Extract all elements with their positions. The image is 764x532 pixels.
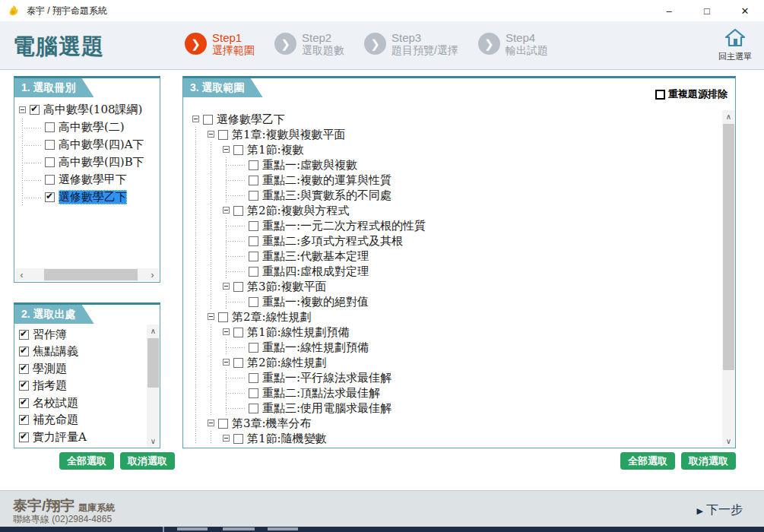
node-label[interactable]: 高中數學(108課綱) [43, 103, 142, 117]
source-checkbox[interactable] [19, 330, 29, 340]
expand-toggle[interactable] [208, 127, 218, 142]
node-checkbox[interactable] [233, 282, 243, 292]
minimize-button[interactable]: – [650, 0, 688, 21]
vertical-scrollbar[interactable]: ∧ ∨ [147, 325, 160, 448]
node-checkbox[interactable] [249, 404, 258, 413]
collapse-minus-icon[interactable] [223, 283, 230, 290]
node-label[interactable]: 第1章:複數與複數平面 [232, 128, 346, 142]
node-label[interactable]: 高中數學(四)B下 [59, 155, 144, 169]
collapse-minus-icon[interactable] [223, 435, 230, 442]
node-checkbox[interactable] [233, 434, 243, 444]
source-checkbox[interactable] [19, 432, 29, 442]
collapse-minus-icon[interactable] [208, 131, 214, 138]
source-label[interactable]: 學測題 [33, 362, 67, 376]
deselect-sources-button[interactable]: 取消選取 [120, 452, 175, 470]
scroll-up-icon[interactable]: ∧ [147, 325, 160, 337]
node-label[interactable]: 第1節:複數 [247, 143, 304, 157]
node-label[interactable]: 重點二:多項式方程式及其根 [262, 234, 403, 249]
expand-toggle[interactable] [208, 309, 218, 325]
node-checkbox[interactable] [249, 221, 258, 231]
source-label[interactable]: 焦點講義 [33, 344, 78, 359]
expand-toggle[interactable] [223, 203, 233, 218]
node-label[interactable]: 第2節:複數與方程式 [247, 204, 350, 218]
node-checkbox[interactable] [45, 157, 55, 167]
close-button[interactable]: ✕ [726, 0, 764, 21]
expand-toggle[interactable] [223, 431, 233, 445]
expand-toggle[interactable] [223, 355, 233, 370]
collapse-minus-icon[interactable] [192, 116, 199, 122]
node-checkbox[interactable] [249, 373, 258, 383]
collapse-minus-icon[interactable] [208, 420, 214, 426]
node-checkbox[interactable] [249, 252, 258, 261]
horizontal-scrollbar[interactable]: ‹ › [15, 268, 159, 281]
scroll-up-icon[interactable]: ∧ [722, 110, 735, 123]
source-label[interactable]: 習作簿 [33, 328, 67, 342]
expand-toggle[interactable] [19, 101, 30, 119]
node-label[interactable]: 第3章:機率分布 [232, 416, 312, 431]
node-label[interactable]: 第3節:複數平面 [247, 280, 327, 294]
node-label[interactable]: 選修數學甲下 [59, 173, 127, 187]
node-checkbox[interactable] [233, 206, 243, 216]
expand-toggle[interactable] [208, 416, 218, 431]
scrollbar-thumb[interactable] [723, 124, 734, 370]
node-checkbox[interactable] [233, 145, 243, 155]
node-checkbox[interactable] [249, 160, 258, 170]
source-label[interactable]: 名校試題 [33, 396, 78, 410]
source-checkbox[interactable] [19, 364, 29, 374]
vertical-scrollbar[interactable]: ∧ ∨ [722, 110, 735, 448]
next-step-button[interactable]: ▶下一步 [697, 502, 743, 518]
maximize-button[interactable]: □ [688, 0, 726, 21]
source-label[interactable]: 補充命題 [33, 413, 78, 427]
node-label[interactable]: 重點二:頂點法求最佳解 [262, 386, 380, 401]
collapse-minus-icon[interactable] [223, 146, 230, 153]
scroll-down-icon[interactable]: ∨ [147, 435, 160, 448]
scroll-left-icon[interactable]: ‹ [15, 268, 28, 281]
source-checkbox[interactable] [19, 415, 29, 425]
expand-toggle[interactable] [223, 325, 233, 340]
node-label[interactable]: 第1節:隨機變數 [247, 432, 327, 445]
node-checkbox[interactable] [249, 388, 258, 398]
node-label[interactable]: 重點一:複數的絕對值 [262, 295, 369, 309]
node-checkbox[interactable] [249, 236, 258, 246]
node-checkbox[interactable] [45, 192, 55, 202]
node-checkbox[interactable] [233, 358, 243, 368]
node-label[interactable]: 高中數學(四)A下 [59, 138, 144, 152]
scrollbar-thumb[interactable] [44, 269, 138, 280]
node-checkbox[interactable] [249, 267, 258, 277]
node-label[interactable]: 第1節:線性規劃預備 [247, 325, 350, 340]
source-label[interactable]: 指考題 [33, 378, 67, 393]
scroll-down-icon[interactable]: ∨ [722, 435, 735, 448]
node-label[interactable]: 高中數學(二) [59, 120, 125, 135]
node-checkbox[interactable] [249, 343, 258, 353]
node-label[interactable]: 重點三:使用電腦求最佳解 [262, 401, 392, 416]
node-checkbox[interactable] [30, 105, 40, 115]
collapse-minus-icon[interactable] [223, 207, 230, 214]
node-checkbox[interactable] [233, 328, 243, 337]
node-label[interactable]: 重點二:複數的運算與性質 [262, 173, 392, 188]
node-checkbox[interactable] [45, 175, 55, 185]
source-checkbox[interactable] [19, 347, 29, 356]
select-all-sources-button[interactable]: 全部選取 [59, 452, 114, 470]
expand-toggle[interactable] [192, 112, 203, 127]
node-label[interactable]: 重點三:與實數系的不同處 [262, 188, 392, 203]
node-checkbox[interactable] [203, 115, 213, 125]
expand-toggle[interactable] [223, 142, 233, 157]
collapse-minus-icon[interactable] [19, 106, 26, 113]
source-checkbox[interactable] [19, 398, 29, 408]
node-label[interactable]: 第2章:線性規劃 [232, 310, 312, 325]
deselect-range-button[interactable]: 取消選取 [681, 452, 736, 470]
home-button[interactable]: 回主選單 [714, 27, 756, 62]
node-label[interactable]: 重點一:線性規劃預備 [262, 340, 369, 355]
node-label[interactable]: 重點三:代數基本定理 [262, 249, 369, 264]
node-checkbox[interactable] [45, 122, 55, 132]
source-label[interactable]: 實力評量A [33, 430, 87, 445]
exclude-duplicates-checkbox[interactable] [655, 90, 665, 100]
select-all-range-button[interactable]: 全部選取 [620, 452, 675, 470]
node-checkbox[interactable] [249, 191, 258, 201]
scroll-right-icon[interactable]: › [146, 268, 159, 281]
collapse-minus-icon[interactable] [223, 328, 230, 335]
source-checkbox[interactable] [19, 381, 29, 391]
node-label[interactable]: 重點一:一元二次方程式根的性質 [262, 219, 426, 233]
node-checkbox[interactable] [218, 130, 228, 140]
collapse-minus-icon[interactable] [208, 313, 214, 320]
